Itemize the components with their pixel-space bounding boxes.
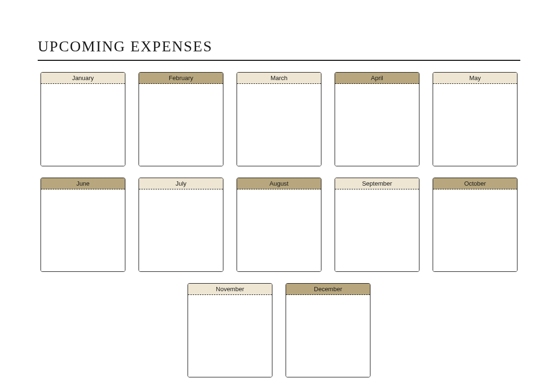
month-body bbox=[335, 84, 419, 166]
month-card-august: August bbox=[237, 178, 321, 272]
month-body bbox=[41, 189, 125, 271]
month-card-july: July bbox=[139, 178, 223, 272]
month-card-march: March bbox=[237, 72, 321, 166]
month-card-february: February bbox=[139, 72, 223, 166]
months-grid: January February March April May June Ju… bbox=[38, 72, 520, 377]
month-header: May bbox=[433, 73, 517, 84]
month-card-december: December bbox=[286, 283, 370, 377]
month-body bbox=[286, 295, 370, 377]
month-body bbox=[237, 189, 321, 271]
month-card-june: June bbox=[41, 178, 125, 272]
title-underline bbox=[38, 60, 520, 61]
month-body bbox=[237, 84, 321, 166]
page-title: UPCOMING EXPENSES bbox=[38, 38, 520, 55]
month-body bbox=[335, 189, 419, 271]
month-card-april: April bbox=[335, 72, 419, 166]
month-card-september: September bbox=[335, 178, 419, 272]
month-header: October bbox=[433, 178, 517, 189]
month-header: August bbox=[237, 178, 321, 189]
month-card-november: November bbox=[188, 283, 272, 377]
month-card-january: January bbox=[41, 72, 125, 166]
month-body bbox=[139, 189, 223, 271]
month-body bbox=[139, 84, 223, 166]
month-body bbox=[41, 84, 125, 166]
month-body bbox=[433, 84, 517, 166]
month-card-may: May bbox=[433, 72, 517, 166]
month-body bbox=[433, 189, 517, 271]
month-header: November bbox=[188, 284, 272, 295]
month-header: September bbox=[335, 178, 419, 189]
month-body bbox=[188, 295, 272, 377]
month-header: April bbox=[335, 73, 419, 84]
month-card-october: October bbox=[433, 178, 517, 272]
month-header: July bbox=[139, 178, 223, 189]
month-header: June bbox=[41, 178, 125, 189]
month-header: December bbox=[286, 284, 370, 295]
month-header: February bbox=[139, 73, 223, 84]
month-header: January bbox=[41, 73, 125, 84]
month-header: March bbox=[237, 73, 321, 84]
